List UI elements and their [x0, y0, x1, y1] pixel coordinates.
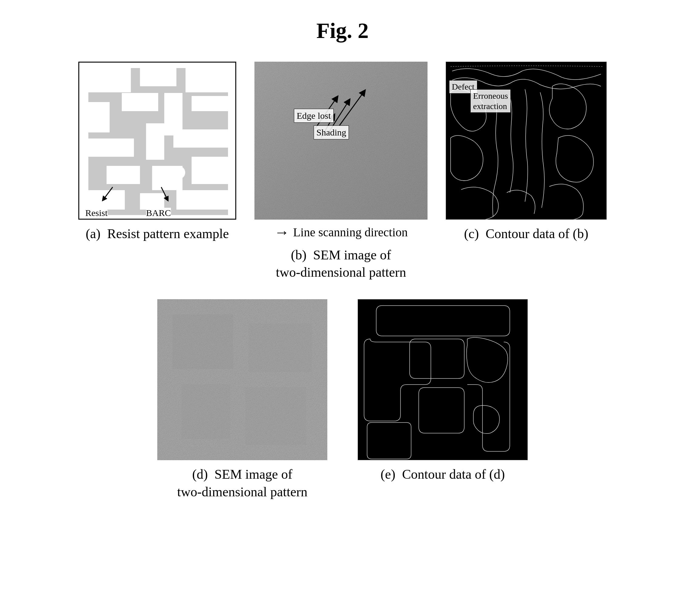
panel-c-caption: (c) Contour data of (b): [464, 225, 588, 242]
svg-rect-15: [358, 300, 528, 460]
svg-rect-11: [173, 314, 233, 369]
white-circle-right: [172, 166, 185, 179]
erroneous-label: Erroneous extraction: [470, 89, 511, 113]
svg-rect-12: [248, 324, 312, 372]
panel-b: Edge lost Shading → Line scanning direct…: [254, 62, 428, 281]
shading-label: Shading: [314, 126, 349, 139]
svg-line-0: [104, 187, 113, 199]
panel-a: Resist BARC (a) Resist pattern example: [78, 62, 236, 242]
panel-c: Defect Erroneous extraction (c) Contour …: [446, 62, 607, 242]
panel-d-svg: [157, 299, 327, 460]
panel-a-image: Resist BARC: [78, 62, 236, 220]
panel-c-image: Defect Erroneous extraction: [446, 62, 607, 220]
top-row: Resist BARC (a) Resist pattern example: [0, 62, 685, 281]
panel-e-svg: [358, 300, 528, 460]
panel-e-caption: (e) Contour data of (d): [381, 466, 505, 483]
panel-e-image: [358, 299, 528, 460]
barc-label: BARC: [146, 208, 171, 218]
resist-label: Resist: [85, 208, 108, 218]
panel-d: (d) SEM image of two-dimensional pattern: [157, 299, 327, 500]
panel-b-caption: (b) SEM image of two-dimensional pattern: [276, 246, 406, 281]
panel-b-svg: [254, 62, 428, 220]
scanning-direction: → Line scanning direction: [274, 223, 408, 241]
resist-arrow: [97, 184, 122, 202]
panel-b-image: Edge lost Shading: [254, 62, 428, 220]
page-title: Fig. 2: [0, 0, 685, 43]
right-arrow-icon: →: [274, 223, 289, 241]
edge-lost-label: Edge lost: [294, 109, 334, 123]
panel-a-caption: (a) Resist pattern example: [86, 225, 229, 242]
svg-rect-14: [245, 387, 306, 445]
white-circle-left: [110, 166, 123, 179]
panel-d-image: [157, 299, 327, 460]
bottom-row: (d) SEM image of two-dimensional pattern: [0, 299, 685, 500]
svg-rect-13: [182, 384, 230, 439]
panel-d-caption: (d) SEM image of two-dimensional pattern: [177, 466, 307, 500]
svg-rect-3: [254, 62, 428, 220]
panel-e: (e) Contour data of (d): [358, 299, 528, 483]
barc-arrow: [152, 184, 177, 202]
scan-direction-label: Line scanning direction: [293, 225, 408, 239]
svg-line-1: [161, 187, 167, 199]
